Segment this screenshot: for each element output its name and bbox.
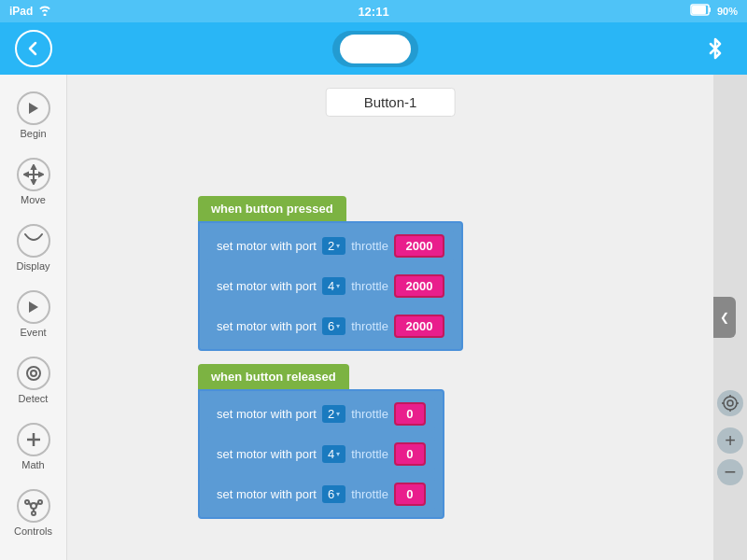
pressed-row3-prefix: set motor with port bbox=[217, 319, 317, 333]
svg-marker-11 bbox=[29, 301, 38, 313]
svg-marker-9 bbox=[24, 173, 28, 176]
target-button[interactable] bbox=[717, 390, 743, 416]
sidebar: Begin Move Display bbox=[0, 75, 67, 560]
released-row2-port[interactable]: 4 ▾ bbox=[322, 445, 345, 463]
when-pressed-header: when button pressed bbox=[198, 196, 346, 221]
event-icon bbox=[17, 290, 50, 324]
sidebar-item-math[interactable]: Math bbox=[0, 413, 66, 480]
pressed-row-1: set motor with port 2 ▾ throttle 2000 bbox=[207, 229, 454, 263]
pressed-row2-port[interactable]: 4 ▾ bbox=[322, 277, 345, 295]
sidebar-label-display: Display bbox=[16, 260, 49, 272]
released-row3-prefix: set motor with port bbox=[217, 487, 317, 501]
when-released-header: when button released bbox=[198, 364, 349, 389]
canvas-area: Button-1 when button pressed set motor w… bbox=[67, 75, 713, 560]
time-display: 12:11 bbox=[358, 5, 388, 19]
svg-point-23 bbox=[724, 397, 737, 410]
display-icon bbox=[17, 224, 50, 258]
pressed-row3-value[interactable]: 2000 bbox=[394, 315, 444, 338]
carrier-label: iPad bbox=[9, 5, 33, 18]
tab-bar bbox=[63, 31, 687, 67]
released-row-3: set motor with port 6 ▾ throttle 0 bbox=[207, 477, 435, 511]
sidebar-item-display[interactable]: Display bbox=[0, 215, 66, 281]
pressed-row3-port[interactable]: 6 ▾ bbox=[322, 317, 345, 335]
sidebar-item-move[interactable]: Move bbox=[0, 148, 66, 215]
math-icon bbox=[17, 423, 50, 456]
sidebar-item-detect[interactable]: Detect bbox=[0, 347, 66, 413]
svg-marker-7 bbox=[32, 165, 35, 169]
collapse-button[interactable]: ❮ bbox=[713, 297, 736, 338]
main-layout: Begin Move Display bbox=[0, 75, 747, 560]
pressed-row1-port[interactable]: 2 ▾ bbox=[322, 237, 345, 255]
sidebar-item-controls[interactable]: Controls bbox=[0, 480, 66, 546]
svg-point-16 bbox=[31, 503, 36, 509]
pressed-row-3: set motor with port 6 ▾ throttle 2000 bbox=[207, 309, 454, 343]
controls-icon bbox=[17, 489, 50, 523]
released-row2-throttle: throttle bbox=[351, 447, 388, 461]
status-bar: iPad 12:11 90% bbox=[0, 0, 747, 22]
svg-line-20 bbox=[29, 502, 31, 506]
svg-point-12 bbox=[27, 367, 40, 380]
sidebar-label-event: Event bbox=[20, 327, 46, 338]
sidebar-label-controls: Controls bbox=[14, 525, 52, 537]
svg-point-13 bbox=[31, 371, 36, 376]
svg-point-19 bbox=[32, 511, 35, 515]
sidebar-label-move: Move bbox=[21, 194, 46, 205]
top-bar bbox=[0, 22, 747, 75]
pressed-row1-throttle: throttle bbox=[351, 239, 388, 253]
zoom-out-icon: − bbox=[725, 462, 737, 483]
svg-marker-10 bbox=[39, 173, 43, 176]
released-row2-value[interactable]: 0 bbox=[394, 442, 426, 466]
pressed-row1-prefix: set motor with port bbox=[217, 239, 317, 253]
svg-marker-4 bbox=[29, 103, 38, 114]
tab-program[interactable] bbox=[340, 35, 411, 63]
pressed-row2-value[interactable]: 2000 bbox=[394, 274, 444, 298]
released-row1-prefix: set motor with port bbox=[217, 407, 317, 421]
pressed-row3-throttle: throttle bbox=[351, 319, 388, 333]
pressed-row2-throttle: throttle bbox=[351, 279, 388, 293]
released-row-1: set motor with port 2 ▾ throttle 0 bbox=[207, 397, 435, 431]
svg-rect-3 bbox=[363, 41, 388, 54]
block-title: Button-1 bbox=[326, 88, 456, 117]
battery-label: 90% bbox=[717, 6, 738, 17]
released-row1-value[interactable]: 0 bbox=[394, 402, 426, 426]
zoom-in-button[interactable]: + bbox=[717, 427, 743, 454]
sidebar-item-begin[interactable]: Begin bbox=[0, 82, 66, 148]
released-block-group: when button released set motor with port… bbox=[198, 364, 444, 519]
svg-point-24 bbox=[727, 400, 733, 406]
pressed-row2-prefix: set motor with port bbox=[217, 279, 317, 293]
pressed-row-2: set motor with port 4 ▾ throttle 2000 bbox=[207, 269, 454, 303]
pressed-row1-value[interactable]: 2000 bbox=[394, 234, 444, 258]
svg-point-17 bbox=[25, 500, 29, 504]
back-button[interactable] bbox=[15, 30, 52, 67]
collapse-icon: ❮ bbox=[720, 311, 729, 324]
zoom-out-button[interactable]: − bbox=[717, 459, 743, 485]
move-icon bbox=[17, 158, 50, 191]
battery-icon bbox=[690, 4, 712, 19]
bluetooth-button[interactable] bbox=[698, 32, 732, 65]
released-row3-throttle: throttle bbox=[351, 487, 388, 501]
released-row3-value[interactable]: 0 bbox=[394, 483, 426, 506]
sidebar-label-math: Math bbox=[21, 459, 44, 470]
released-row-2: set motor with port 4 ▾ throttle 0 bbox=[207, 437, 435, 471]
detect-icon bbox=[17, 357, 50, 390]
released-row1-throttle: throttle bbox=[351, 407, 388, 421]
svg-rect-2 bbox=[709, 7, 711, 12]
begin-icon bbox=[17, 91, 50, 125]
sidebar-item-event[interactable]: Event bbox=[0, 281, 66, 347]
wifi-icon bbox=[37, 5, 52, 19]
sidebar-label-begin: Begin bbox=[20, 128, 46, 139]
svg-line-21 bbox=[36, 502, 38, 506]
pressed-block-group: when button pressed set motor with port … bbox=[198, 196, 463, 351]
right-panel: ❮ + − bbox=[713, 75, 747, 560]
zoom-in-icon: + bbox=[725, 431, 736, 450]
tab-pill bbox=[332, 31, 418, 67]
svg-rect-1 bbox=[692, 6, 706, 14]
svg-point-18 bbox=[38, 500, 42, 504]
released-row1-port[interactable]: 2 ▾ bbox=[322, 405, 345, 423]
sidebar-label-detect: Detect bbox=[19, 393, 49, 404]
released-row2-prefix: set motor with port bbox=[217, 447, 317, 461]
released-row3-port[interactable]: 6 ▾ bbox=[322, 485, 345, 503]
svg-marker-8 bbox=[32, 180, 35, 184]
